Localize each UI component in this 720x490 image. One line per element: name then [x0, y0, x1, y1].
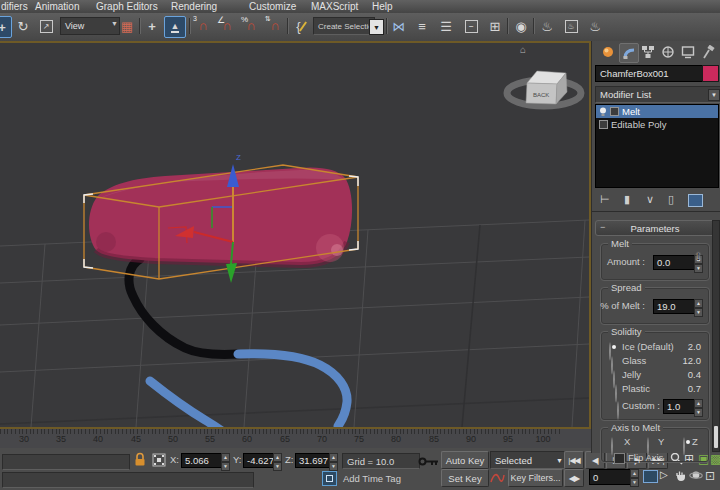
layer-manager-icon[interactable]: ☰: [436, 16, 456, 36]
chevron-down-icon: ▼: [708, 89, 720, 101]
select-and-move-icon[interactable]: +: [0, 16, 12, 38]
panel-scrollbar-thumb[interactable]: [714, 426, 718, 448]
make-unique-icon[interactable]: ∨: [646, 193, 654, 206]
menu-rendering[interactable]: Rendering: [171, 0, 217, 13]
key-mode-toggle-icon[interactable]: ◀▶: [564, 469, 584, 487]
selection-set-dropdown-icon[interactable]: ▼: [369, 19, 384, 35]
pan-zoom-mode-icon[interactable]: [643, 470, 658, 483]
tab-display[interactable]: [679, 43, 697, 61]
y-coord-field[interactable]: -4.627: [243, 453, 276, 468]
remove-modifier-icon[interactable]: ▯: [668, 193, 674, 206]
current-frame-field[interactable]: 0: [589, 469, 632, 485]
z-coord-spinner[interactable]: ▲▼: [329, 453, 338, 471]
select-and-scale-icon[interactable]: ↗: [36, 16, 56, 36]
menu-maxscript[interactable]: MAXScript: [311, 0, 358, 13]
tab-modify[interactable]: [619, 43, 639, 63]
visibility-bulb-icon[interactable]: [599, 107, 607, 117]
melt-group: Melt Amount : 0.0 ▲▼: [600, 243, 710, 281]
menu-help[interactable]: Help: [372, 0, 393, 13]
panel-scrollbar[interactable]: [712, 220, 720, 452]
custom-solidity-field[interactable]: 1.0: [663, 399, 696, 414]
percent-snap-icon[interactable]: ∩%: [241, 16, 261, 36]
y-coord-spinner[interactable]: ▲▼: [273, 453, 282, 471]
use-pivot-point-icon[interactable]: ▦: [117, 16, 137, 36]
mirror-icon[interactable]: ⋈: [389, 16, 409, 36]
named-selection-set-field[interactable]: Create Selection Se: [313, 17, 375, 35]
spinner-snap-icon[interactable]: ∩⇅: [265, 16, 285, 36]
absolute-offset-toggle-icon[interactable]: [152, 453, 166, 471]
auto-key-button[interactable]: Auto Key: [441, 451, 489, 469]
z-coord-field[interactable]: 31.697: [295, 453, 332, 468]
timeline-ruler[interactable]: 30 35 40 45 50 55 60 65 70 75 80 85 90 9…: [0, 429, 591, 449]
radio-custom[interactable]: [617, 401, 619, 420]
viewcube-home-icon[interactable]: ⌂: [520, 44, 526, 55]
field-of-view-icon[interactable]: ▷: [660, 469, 668, 480]
menu-modifiers[interactable]: difiers: [1, 0, 28, 13]
tab-motion[interactable]: [659, 43, 677, 61]
tab-hierarchy[interactable]: [639, 43, 657, 61]
object-name-field[interactable]: ChamferBox001: [595, 65, 703, 82]
configure-modifier-sets-icon[interactable]: [688, 194, 703, 207]
radio-axis-z[interactable]: [683, 437, 685, 456]
select-and-rotate-icon[interactable]: ↻: [13, 16, 33, 36]
selection-filter-dropdown[interactable]: Selected ▼: [490, 451, 567, 469]
pan-hand-icon[interactable]: [674, 469, 687, 482]
parameters-rollout-header[interactable]: − Parameters: [595, 220, 715, 236]
menu-graph-editors[interactable]: Graph Editors: [96, 0, 158, 13]
maximize-viewport-icon[interactable]: ⊡: [705, 469, 715, 483]
viewcube[interactable]: BACK: [507, 71, 581, 106]
schematic-view-icon[interactable]: ⊞: [485, 16, 505, 36]
menu-animation[interactable]: Animation: [35, 0, 79, 13]
set-key-button[interactable]: Set Key: [441, 469, 489, 487]
material-editor-icon[interactable]: ◉: [511, 16, 531, 36]
x-coord-field[interactable]: 5.066: [181, 453, 223, 468]
frame-spinner[interactable]: ▲▼: [630, 469, 639, 487]
stack-item-melt[interactable]: Melt: [596, 105, 718, 118]
zoom-extents-all-icon[interactable]: ▩: [710, 452, 720, 466]
align-icon[interactable]: ≡: [412, 16, 432, 36]
custom-solidity-spinner[interactable]: ▲▼: [694, 399, 703, 417]
set-key-filters-curve-icon[interactable]: [490, 470, 505, 488]
add-time-tag[interactable]: Add Time Tag: [343, 473, 401, 484]
render-production-icon[interactable]: ♨: [585, 16, 605, 36]
rollout-collapse-icon[interactable]: −: [600, 222, 605, 232]
flip-axis-checkbox[interactable]: [614, 453, 625, 464]
modifier-list-dropdown[interactable]: Modifier List ▼: [595, 86, 720, 103]
menu-bar: difiers Animation Graph Editors Renderin…: [0, 0, 720, 13]
angle-snap-icon[interactable]: ∩∠: [217, 16, 237, 36]
show-end-result-icon[interactable]: ▮: [624, 193, 630, 206]
orbit-icon[interactable]: [689, 469, 703, 482]
object-color-swatch[interactable]: [702, 65, 719, 82]
viewcube-face-label[interactable]: BACK: [533, 92, 549, 98]
render-setup-icon[interactable]: ♨: [537, 16, 557, 36]
snap-toggle-3d-icon[interactable]: ∩3: [193, 16, 213, 36]
tab-utilities[interactable]: [699, 43, 717, 61]
radio-axis-x[interactable]: [611, 437, 613, 456]
radio-plastic[interactable]: [615, 384, 617, 403]
keyboard-override-icon[interactable]: ▲: [164, 16, 186, 38]
stack-item-editable-poly[interactable]: Editable Poly: [596, 118, 718, 131]
pin-stack-icon[interactable]: ⊢: [600, 193, 610, 206]
x-coord-spinner[interactable]: ▲▼: [221, 453, 230, 471]
command-panel: ChamferBox001 Modifier List ▼ Melt Edita…: [591, 41, 720, 453]
selection-lock-icon[interactable]: [134, 452, 146, 471]
amount-field[interactable]: 0.0: [653, 255, 696, 270]
menu-customize[interactable]: Customize: [249, 0, 296, 13]
chamferbox-object[interactable]: [89, 167, 352, 265]
go-to-start-button[interactable]: |◀◀: [564, 451, 584, 469]
pct-of-melt-spinner[interactable]: ▲▼: [694, 299, 703, 317]
rendered-frame-window-icon[interactable]: ♨: [561, 16, 581, 36]
reference-coordinate-dropdown[interactable]: View ▼: [60, 17, 120, 35]
select-and-manipulate-icon[interactable]: +: [142, 16, 162, 36]
time-tag-icon[interactable]: [322, 471, 337, 486]
tube-object[interactable]: [129, 259, 347, 427]
edit-named-selection-icon[interactable]: {: [290, 16, 310, 36]
key-filters-button[interactable]: Key Filters...: [508, 469, 563, 487]
selection-set-placeholder: Create Selection Se: [318, 22, 375, 31]
viewport-scene: Z BACK: [0, 41, 589, 427]
tube-blue-segment2[interactable]: [150, 381, 232, 427]
curve-editor-icon[interactable]: ~: [461, 16, 481, 36]
pct-of-melt-field[interactable]: 19.0: [653, 299, 696, 314]
tab-create[interactable]: [599, 43, 617, 61]
tube-blue-segment[interactable]: [238, 354, 347, 426]
